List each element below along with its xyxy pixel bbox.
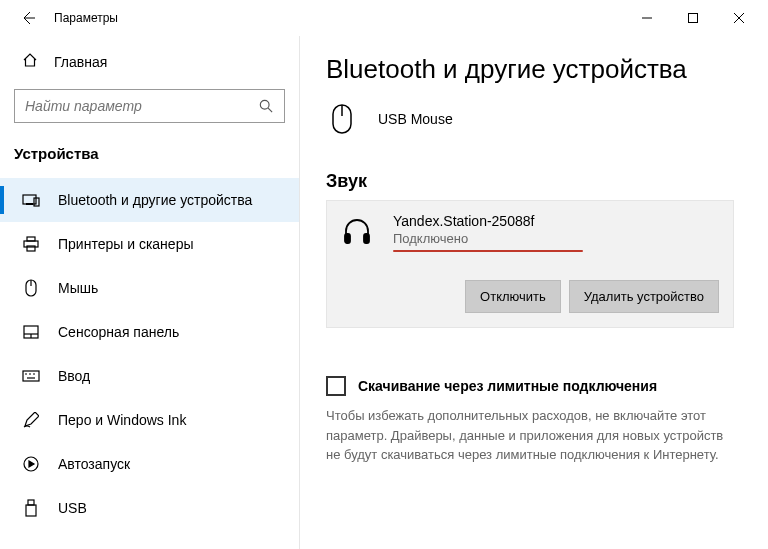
audio-device-status: Подключено [393,231,583,246]
sidebar: Главная Устройства Bluetooth и другие ус… [0,36,300,549]
svg-rect-28 [364,234,369,243]
mouse-icon [22,279,40,297]
printer-icon [22,235,40,253]
search-box[interactable] [14,89,285,123]
search-icon [248,99,284,113]
home-icon [22,52,38,71]
window-controls [624,2,762,34]
nav-label: Ввод [58,368,90,384]
keyboard-icon [22,367,40,385]
svg-rect-17 [23,371,39,381]
nav-touchpad[interactable]: Сенсорная панель [0,310,299,354]
svg-rect-24 [26,505,36,516]
devices-icon [22,191,40,209]
maximize-button[interactable] [670,2,716,34]
nav-label: Мышь [58,280,98,296]
device-name: USB Mouse [378,111,453,127]
nav-pen[interactable]: Перо и Windows Ink [0,398,299,442]
pen-icon [22,411,40,429]
touchpad-icon [22,323,40,341]
nav-mouse[interactable]: Мышь [0,266,299,310]
nav-usb[interactable]: USB [0,486,299,530]
main-content: Bluetooth и другие устройства USB Mouse … [300,36,768,549]
svg-line-5 [268,108,272,112]
audio-device-name: Yandex.Station-25088f [393,213,583,229]
search-input[interactable] [15,98,248,114]
device-usb-mouse[interactable]: USB Mouse [326,97,740,155]
svg-rect-23 [28,500,34,505]
page-title: Bluetooth и другие устройства [326,54,740,85]
usb-icon [22,499,40,517]
underline-annotation [393,250,583,252]
audio-heading: Звук [326,171,740,192]
svg-rect-9 [27,237,35,241]
metered-section: Скачивание через лимитные подключения Чт… [326,376,734,465]
nav-bluetooth[interactable]: Bluetooth и другие устройства [0,178,299,222]
svg-rect-27 [345,234,350,243]
audio-device-card[interactable]: Yandex.Station-25088f Подключено Отключи… [326,200,734,328]
nav-autoplay[interactable]: Автозапуск [0,442,299,486]
headphones-icon [341,213,373,249]
minimize-button[interactable] [624,2,670,34]
home-label: Главная [54,54,107,70]
nav-typing[interactable]: Ввод [0,354,299,398]
svg-rect-1 [689,14,698,23]
metered-checkbox[interactable] [326,376,346,396]
metered-label: Скачивание через лимитные подключения [358,378,657,394]
remove-device-button[interactable]: Удалить устройство [569,280,719,313]
nav-label: USB [58,500,87,516]
titlebar: Параметры [0,0,768,36]
close-button[interactable] [716,2,762,34]
svg-point-4 [260,100,269,109]
nav-label: Перо и Windows Ink [58,412,186,428]
window-title: Параметры [54,11,118,25]
autoplay-icon [22,455,40,473]
nav-label: Принтеры и сканеры [58,236,193,252]
nav-label: Сенсорная панель [58,324,179,340]
category-heading: Устройства [0,141,299,178]
back-button[interactable] [6,0,50,36]
mouse-icon [326,101,358,137]
metered-help-text: Чтобы избежать дополнительных расходов, … [326,406,734,465]
nav-label: Автозапуск [58,456,130,472]
disconnect-button[interactable]: Отключить [465,280,561,313]
nav-printers[interactable]: Принтеры и сканеры [0,222,299,266]
home-link[interactable]: Главная [0,42,299,81]
nav-label: Bluetooth и другие устройства [58,192,252,208]
